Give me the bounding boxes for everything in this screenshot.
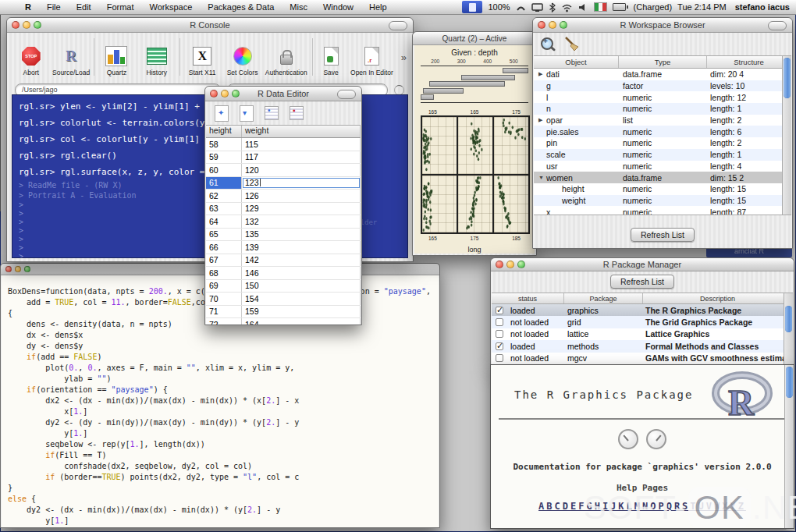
package-row[interactable]: loaded methods Formal Methods and Classe…: [492, 340, 793, 352]
weight-cell[interactable]: 120: [242, 164, 361, 176]
loaded-checkbox[interactable]: [496, 342, 503, 350]
weight-cell[interactable]: 142: [242, 254, 361, 267]
column-header-status[interactable]: status: [492, 293, 564, 303]
table-row[interactable]: 63 129: [206, 203, 361, 216]
menu-item-r[interactable]: R: [17, 0, 39, 14]
table-row[interactable]: 70 154: [206, 293, 361, 306]
add-column-icon[interactable]: [215, 105, 229, 122]
abort-button[interactable]: STOP Abort: [12, 35, 50, 79]
vertical-scrollbar[interactable]: [782, 56, 791, 215]
workspace-row[interactable]: l numeric length: 12: [534, 91, 791, 103]
zoom-button[interactable]: [34, 21, 41, 29]
loaded-checkbox[interactable]: [496, 354, 503, 362]
inspect-object-icon[interactable]: [541, 37, 553, 50]
column-header-height[interactable]: height: [206, 126, 242, 137]
table-row[interactable]: 68 146: [206, 267, 361, 280]
height-cell[interactable]: 71: [206, 306, 242, 318]
add-row-icon[interactable]: [265, 106, 279, 120]
workspace-row[interactable]: g factor levels: 10: [534, 80, 791, 92]
menu-clock[interactable]: Tue 2:14 PM: [677, 2, 727, 12]
minimize-button[interactable]: [221, 90, 229, 98]
weight-cell[interactable]: 129: [242, 203, 361, 215]
volume-icon[interactable]: [578, 2, 588, 12]
weight-cell[interactable]: 139: [242, 241, 361, 254]
menu-item-format[interactable]: Format: [99, 0, 142, 14]
disclosure-triangle[interactable]: ▼: [538, 175, 545, 180]
quartz-button[interactable]: Quartz: [98, 35, 136, 79]
remove-row-icon[interactable]: [290, 106, 304, 120]
close-button[interactable]: [5, 266, 12, 272]
column-header-package[interactable]: Package: [564, 293, 643, 303]
menu-item-workspace[interactable]: Workspace: [142, 0, 201, 14]
weight-cell[interactable]: 154: [242, 293, 361, 305]
workspace-row[interactable]: x numeric length: 87: [534, 206, 791, 215]
toolbar-toggle-button[interactable]: [337, 90, 356, 99]
column-header-object[interactable]: Object: [534, 56, 619, 68]
table-row[interactable]: 59 117: [206, 151, 361, 165]
remove-column-icon[interactable]: [240, 105, 254, 122]
height-cell[interactable]: 60: [206, 164, 242, 176]
loaded-checkbox[interactable]: [496, 330, 503, 338]
display-icon[interactable]: [531, 2, 543, 12]
table-row[interactable]: 64 132: [206, 215, 361, 229]
workspace-row[interactable]: usr numeric length: 4: [534, 161, 791, 172]
weight-cell[interactable]: 115: [242, 138, 361, 151]
table-row[interactable]: 72 164: [206, 318, 361, 325]
column-header-description[interactable]: Description: [643, 293, 793, 303]
height-cell[interactable]: 63: [206, 203, 242, 215]
menu-item-help[interactable]: Help: [361, 0, 395, 14]
data-editor-titlebar[interactable]: R Data Editor: [205, 87, 361, 101]
package-row[interactable]: not loaded mgcv GAMs with GCV smoothness…: [492, 353, 793, 364]
height-cell[interactable]: 72: [206, 318, 242, 325]
table-row[interactable]: 71 159: [206, 306, 361, 319]
history-button[interactable]: History: [137, 35, 176, 79]
quartz-titlebar[interactable]: Quartz (2) – Active: [413, 32, 536, 45]
workspace-row[interactable]: n numeric length: 1: [534, 103, 791, 115]
table-row[interactable]: 66 139: [206, 241, 361, 254]
close-button[interactable]: [12, 21, 20, 29]
wifi-icon[interactable]: [561, 2, 573, 12]
package-row[interactable]: not loaded lattice Lattice Graphics: [492, 328, 793, 340]
phone-icon[interactable]: [516, 2, 526, 12]
table-header[interactable]: status Package Description: [492, 293, 793, 304]
fast-user-switching-menu[interactable]: stefano iacus: [732, 2, 790, 12]
r-document-menu-extra-icon[interactable]: [462, 1, 482, 13]
table-row[interactable]: 67 142: [206, 254, 361, 268]
minimize-button[interactable]: [15, 266, 21, 272]
workspace-row[interactable]: scale numeric length: 1: [534, 149, 791, 161]
workspace-row[interactable]: pin numeric length: 2: [534, 137, 791, 149]
console-titlebar[interactable]: R Console: [7, 18, 413, 33]
weight-cell[interactable]: 159: [242, 306, 361, 318]
toolbar-toggle-button[interactable]: [768, 21, 787, 30]
workspace-row[interactable]: ▶dati data.frame dim: 20 4: [534, 69, 791, 80]
height-cell[interactable]: 67: [206, 254, 242, 267]
package-row[interactable]: not loaded grid The Grid Graphics Packag…: [492, 316, 793, 328]
height-cell[interactable]: 59: [206, 151, 242, 164]
height-cell[interactable]: 58: [206, 138, 242, 151]
column-header-type[interactable]: Type: [619, 56, 707, 68]
clear-workspace-broom-icon[interactable]: [563, 36, 580, 51]
height-cell[interactable]: 70: [206, 293, 242, 305]
toolbar-overflow-button[interactable]: »: [398, 51, 410, 63]
workspace-row[interactable]: weight numeric length: 15: [534, 195, 791, 207]
table-row[interactable]: 58 115: [206, 138, 361, 151]
menu-item-packages-data[interactable]: Packages & Data: [200, 0, 282, 14]
save-button[interactable]: Save: [316, 35, 346, 79]
start-x11-button[interactable]: X Start X11: [183, 35, 221, 79]
height-cell[interactable]: 64: [206, 215, 242, 228]
package-row[interactable]: loaded graphics The R Graphics Package: [492, 304, 793, 316]
height-cell[interactable]: 66: [206, 241, 242, 254]
battery-icon[interactable]: [613, 3, 628, 11]
open-in-editor-button[interactable]: Open In Editor: [347, 35, 396, 79]
table-row[interactable]: 69 150: [206, 280, 361, 293]
column-header-structure[interactable]: Structure: [707, 56, 791, 68]
close-button[interactable]: [538, 21, 545, 29]
weight-cell[interactable]: 132: [242, 215, 361, 228]
height-cell[interactable]: 69: [206, 280, 242, 293]
toolbar-toggle-button[interactable]: [389, 21, 407, 30]
zoom-button[interactable]: [24, 266, 30, 272]
zoom-button[interactable]: [517, 261, 525, 268]
weight-cell[interactable]: 123: [242, 177, 361, 190]
weight-cell[interactable]: 135: [242, 229, 361, 241]
refresh-list-button[interactable]: Refresh List: [610, 275, 674, 289]
